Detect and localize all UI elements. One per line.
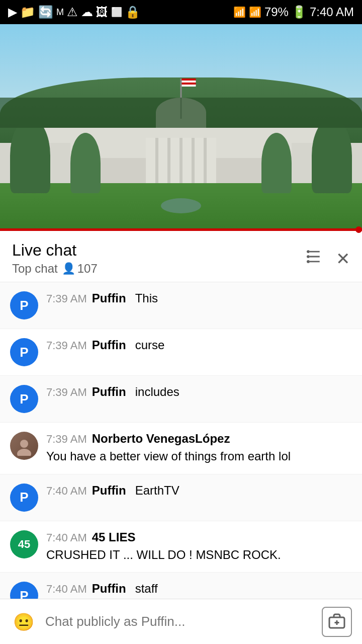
time-display: 7:40 AM [310,5,354,19]
close-chat-button[interactable]: ✕ [336,249,350,269]
message-text: EarthTV [135,484,179,498]
browser-icon: ⬜ [111,7,122,18]
message-content: 7:40 AM Puffin staff [46,582,352,596]
svg-point-3 [20,440,28,448]
message-meta: 7:39 AM Norberto VenegasLópez [46,432,352,446]
message-text: curse [135,338,165,352]
message-meta: 7:40 AM Puffin EarthTV [46,484,352,498]
message-time: 7:39 AM [46,339,87,352]
chat-message-row: 45 7:40 AM 45 LIES CRUSHED IT ... WILL D… [0,521,362,573]
viewer-count-container: 👤 107 [62,262,98,276]
video-player[interactable] [0,24,362,228]
filter-button[interactable] [305,248,322,269]
message-content: 7:40 AM 45 LIES CRUSHED IT ... WILL DO !… [46,530,352,564]
svg-point-4 [17,449,31,456]
message-text: CRUSHED IT ... WILL DO ! MSNBC ROCK. [46,546,352,564]
chat-subtitle: Top chat 👤 107 [12,262,98,276]
viewer-count: 107 [77,262,98,276]
lock-icon: 🔒 [125,5,140,19]
image-icon: 🖼 [96,5,108,19]
progress-indicator [355,226,362,233]
cloud-icon: ☁ [81,5,93,19]
message-author: Puffin [92,385,126,399]
status-icons-left: ▶ 📁 🔄 M ⚠ ☁ 🖼 ⬜ 🔒 [8,5,140,19]
message-time: 7:40 AM [46,583,87,596]
wifi-icon: 📶 [233,6,246,18]
chat-message-row: P 7:39 AM Puffin curse [0,329,362,376]
chat-message-row: P 7:39 AM Puffin This [0,282,362,329]
status-bar: ▶ 📁 🔄 M ⚠ ☁ 🖼 ⬜ 🔒 📶 📶 79% 🔋 7:40 AM [0,0,362,24]
message-content: 7:40 AM Puffin EarthTV [46,484,352,498]
status-info-right: 📶 📶 79% 🔋 7:40 AM [233,5,354,19]
message-time: 7:39 AM [46,433,87,446]
message-meta: 7:40 AM Puffin staff [46,582,352,596]
chat-input-bar: 😐 [0,599,362,644]
message-time: 7:39 AM [46,386,87,399]
message-author: Puffin [92,484,126,498]
avatar: 45 [10,530,38,558]
message-author: Puffin [92,582,126,596]
battery-icon: 🔋 [292,5,307,19]
avatar: P [10,291,38,319]
video-progress-bar[interactable] [0,228,362,231]
message-meta: 7:39 AM Puffin curse [46,338,352,352]
message-time: 7:39 AM [46,292,87,305]
message-author: Puffin [92,338,126,352]
message-author: Norberto VenegasLópez [92,432,230,446]
svg-point-1 [307,255,310,258]
message-meta: 7:40 AM 45 LIES [46,530,352,544]
chat-mode-label[interactable]: Top chat [12,262,58,276]
battery-percent: 79% [264,5,289,19]
avatar: P [10,484,38,512]
chat-message-row: P 7:40 AM Puffin EarthTV [0,474,362,521]
avatar: P [10,338,38,366]
super-chat-button[interactable] [322,607,352,637]
message-content: 7:39 AM Puffin This [46,291,352,305]
svg-point-2 [307,260,310,263]
chat-header-info: Live chat Top chat 👤 107 [12,241,98,276]
message-author: 45 LIES [92,530,136,544]
message-content: 7:39 AM Puffin curse [46,338,352,352]
signal-icon: 📶 [249,6,261,18]
message-author: Puffin [92,291,126,305]
message-meta: 7:39 AM Puffin This [46,291,352,305]
live-chat-panel: Live chat Top chat 👤 107 ✕ [0,231,362,644]
message-text: You have a better view of things from ea… [46,448,352,465]
chat-message-row: P 7:39 AM Puffin includes [0,376,362,423]
emoji-button[interactable]: 😐 [10,608,37,635]
chat-header: Live chat Top chat 👤 107 ✕ [0,231,362,282]
message-text: includes [135,385,179,399]
youtube-icon: ▶ [8,5,17,19]
message-text: This [135,291,158,305]
sync-icon: 🔄 [38,5,53,19]
chat-header-actions: ✕ [305,248,350,269]
avatar: P [10,385,38,413]
message-content: 7:39 AM Puffin includes [46,385,352,399]
mastodon-icon: M [56,7,64,18]
chat-title: Live chat [12,241,98,260]
chat-message-row: 7:39 AM Norberto VenegasLópez You have a… [0,423,362,474]
viewer-icon: 👤 [62,262,75,275]
message-time: 7:40 AM [46,485,87,498]
chat-input-field[interactable] [45,608,314,635]
chat-messages-list: P 7:39 AM Puffin This P 7:39 AM Puffin c… [0,282,362,644]
message-text: staff [135,582,158,596]
warning-icon: ⚠ [67,5,78,19]
message-content: 7:39 AM Norberto VenegasLópez You have a… [46,432,352,465]
message-meta: 7:39 AM Puffin includes [46,385,352,399]
avatar [10,432,38,460]
message-time: 7:40 AM [46,531,87,544]
svg-point-0 [307,250,310,253]
folder-icon: 📁 [20,5,35,19]
